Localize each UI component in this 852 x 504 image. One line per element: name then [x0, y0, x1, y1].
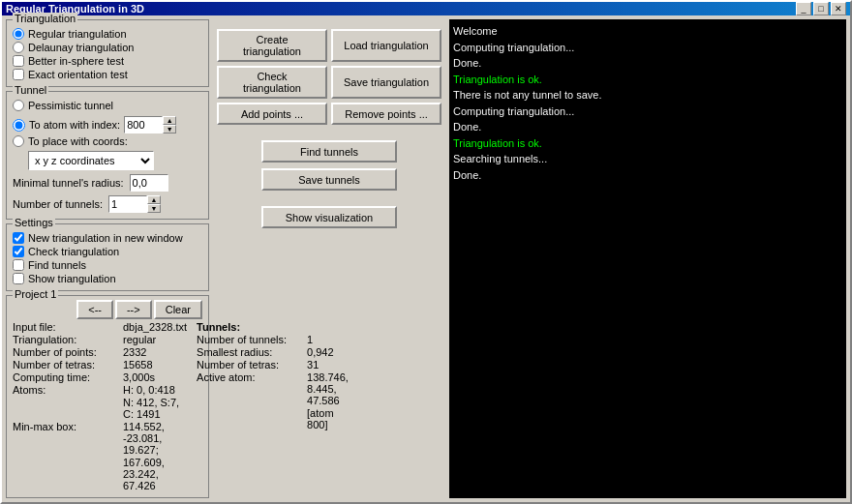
show-visualization-button[interactable]: Show visualization: [261, 206, 397, 228]
active-atom2-key: [197, 407, 303, 430]
minmax2-row: 167.609, 23.242, 67.426: [13, 457, 187, 491]
atom-index-up[interactable]: ▲: [163, 116, 176, 125]
computing-time-val: 3,000s: [123, 371, 155, 383]
close-button[interactable]: ✕: [831, 2, 846, 15]
active-atom-key: Active atom:: [197, 371, 303, 406]
main-content: Triangulation Regular triangulation Dela…: [2, 15, 850, 502]
maximize-button[interactable]: □: [813, 2, 829, 15]
radio-pessimistic: Pessimistic tunnel: [13, 100, 202, 111]
clear-button[interactable]: Clear: [154, 300, 202, 319]
checkbox-insphere-label: Better in-sphere test: [28, 55, 124, 67]
load-triangulation-button[interactable]: Load triangulation: [331, 29, 441, 62]
console-line: Searching tunnels...: [453, 151, 842, 167]
radio-toplace-input[interactable]: [13, 135, 24, 147]
setting-find-tunnels-input[interactable]: [13, 259, 24, 271]
project-left-col: Input file: dbja_2328.txt Triangulation:…: [13, 321, 187, 491]
main-window: Regular Triangulation in 3D _ □ ✕ Triang…: [0, 0, 852, 504]
radio-toatom-input[interactable]: [13, 119, 25, 132]
num-tetras-row: Number of tetras: 15658: [13, 359, 187, 371]
tunnel-options: Pessimistic tunnel To atom with index: ▲…: [13, 100, 202, 170]
tunnels-header-row: Tunnels:: [197, 321, 349, 333]
console-output: WelcomeComputing triangulation...Done.Tr…: [453, 23, 842, 183]
triangulation-val: regular: [123, 334, 156, 345]
settings-group: Settings New triangulation in new window…: [6, 223, 209, 291]
project-nav: <-- --> Clear: [13, 300, 202, 319]
tunnel-tetras-val: 31: [307, 359, 319, 371]
atoms-row: Atoms: H: 0, 0:418: [13, 384, 187, 396]
num-tetras-val: 15658: [123, 359, 153, 371]
tunnel-tetras-key: Number of tetras:: [197, 359, 303, 371]
console-line: Done.: [453, 119, 842, 135]
num-tunnels-up[interactable]: ▲: [147, 195, 161, 204]
smallest-radius-key: Smallest radius:: [197, 346, 303, 358]
forward-button[interactable]: -->: [115, 300, 152, 319]
min-radius-label: Minimal tunnel's radius:: [13, 177, 124, 189]
project-data: Input file: dbja_2328.txt Triangulation:…: [13, 321, 202, 491]
computing-time-row: Computing time: 3,000s: [13, 371, 187, 383]
back-button[interactable]: <--: [76, 300, 113, 319]
triangulation-group: Triangulation Regular triangulation Dela…: [6, 19, 209, 87]
setting-show-triang-input[interactable]: [13, 273, 24, 284]
atoms2-key: [13, 397, 119, 420]
atoms-val: H: 0, 0:418: [123, 384, 175, 396]
num-points-row: Number of points: 2332: [13, 346, 187, 358]
num-tunnels-row: Number of tunnels: ▲ ▼: [13, 195, 202, 213]
create-triangulation-button[interactable]: Create triangulation: [217, 29, 327, 62]
radio-pessimistic-input[interactable]: [13, 100, 24, 111]
save-triangulation-button[interactable]: Save triangulation: [331, 66, 441, 99]
find-tunnels-button[interactable]: Find tunnels: [261, 140, 397, 163]
tunnel-num-row: Number of tunnels: 1: [197, 334, 349, 345]
checkbox-insphere-input[interactable]: [13, 55, 24, 67]
num-tunnels-input[interactable]: [108, 195, 147, 213]
min-radius-input[interactable]: [130, 174, 168, 192]
num-tetras-key: Number of tetras:: [13, 359, 119, 371]
settings-group-label: Settings: [13, 217, 55, 228]
tunnel-num-val: 1: [307, 334, 313, 345]
minimize-button[interactable]: _: [796, 2, 811, 15]
active-atom2-val: [atom 800]: [307, 407, 349, 430]
setting-new-window: New triangulation in new window: [13, 232, 202, 244]
radio-delaunay-input[interactable]: [13, 42, 24, 53]
settings-options: New triangulation in new window Check tr…: [13, 232, 202, 284]
checkbox-insphere: Better in-sphere test: [13, 55, 202, 67]
tunnel-num-key: Number of tunnels:: [197, 334, 303, 345]
active-atom2-row: [atom 800]: [197, 407, 349, 430]
smallest-radius-val: 0,942: [307, 346, 334, 358]
min-radius-row: Minimal tunnel's radius:: [13, 174, 202, 192]
check-triangulation-button[interactable]: Check triangulation: [217, 66, 327, 99]
atom-index-arrows: ▲ ▼: [163, 116, 176, 133]
minmax-val: 114.552, -23.081, 19.627;: [123, 421, 187, 456]
radio-regular-input[interactable]: [13, 28, 24, 40]
project-tunnels-col: Tunnels: Number of tunnels: 1 Smallest r…: [197, 321, 349, 491]
console-line: Triangulation is ok.: [453, 135, 842, 152]
console-line: Welcome: [453, 23, 842, 40]
setting-show-triang-label: Show triangulation: [28, 273, 116, 284]
input-file-val: dbja_2328.txt: [123, 321, 187, 333]
triangulation-group-label: Triangulation: [13, 13, 77, 24]
triangulation-row: Triangulation: regular: [13, 334, 187, 345]
minmax-key: Min-max box:: [13, 421, 119, 456]
num-tunnels-down[interactable]: ▼: [147, 204, 161, 213]
atom-index-down[interactable]: ▼: [163, 125, 176, 133]
checkbox-orientation-label: Exact orientation test: [28, 69, 128, 80]
radio-delaunay: Delaunay triangulation: [13, 42, 202, 53]
checkbox-orientation-input[interactable]: [13, 69, 24, 80]
console-line: Done.: [453, 167, 842, 184]
setting-show-triang: Show triangulation: [13, 273, 202, 284]
save-tunnels-button[interactable]: Save tunnels: [261, 168, 397, 191]
title-bar: Regular Triangulation in 3D _ □ ✕: [2, 2, 850, 15]
mid-button-group: Find tunnels Save tunnels Show visualiza…: [217, 140, 441, 228]
atoms-key: Atoms:: [13, 384, 119, 396]
atom-index-input[interactable]: [124, 116, 163, 133]
radio-delaunay-label: Delaunay triangulation: [28, 42, 134, 53]
console-line: Triangulation is ok.: [453, 72, 842, 88]
setting-check-triang-label: Check triangulation: [28, 246, 119, 257]
remove-points-button[interactable]: Remove points ...: [331, 103, 441, 125]
console-panel: WelcomeComputing triangulation...Done.Tr…: [449, 19, 846, 498]
computing-time-key: Computing time:: [13, 371, 119, 383]
setting-check-triang-input[interactable]: [13, 246, 24, 257]
add-points-button[interactable]: Add points ...: [217, 103, 327, 125]
coords-select[interactable]: x y z coordinates: [28, 151, 154, 170]
setting-new-window-input[interactable]: [13, 232, 24, 244]
checkbox-orientation: Exact orientation test: [13, 69, 202, 80]
